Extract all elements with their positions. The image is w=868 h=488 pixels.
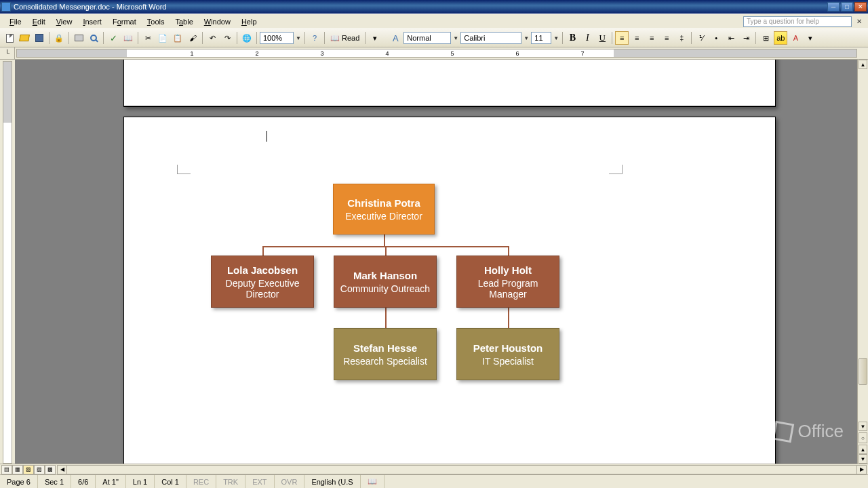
status-rec[interactable]: REC bbox=[186, 475, 216, 488]
status-page[interactable]: Page 6 bbox=[0, 475, 38, 488]
status-spellcheck-icon[interactable]: 📖 bbox=[361, 475, 384, 488]
previous-page-button[interactable]: ▲ bbox=[859, 445, 867, 454]
menu-view[interactable]: View bbox=[51, 16, 78, 27]
bold-button[interactable]: B bbox=[566, 31, 579, 45]
next-page-button[interactable]: ▼ bbox=[859, 454, 867, 464]
horizontal-ruler[interactable]: 1 2 3 4 5 6 7 bbox=[16, 49, 857, 58]
print-button[interactable] bbox=[72, 31, 85, 45]
increase-indent-button[interactable]: ⇥ bbox=[739, 31, 753, 45]
research-button[interactable]: 📖 bbox=[121, 31, 135, 45]
org-box-research-specialist[interactable]: Stefan Hesse Research Specialist bbox=[334, 328, 437, 380]
scroll-thumb[interactable] bbox=[859, 358, 867, 385]
menu-tools[interactable]: Tools bbox=[142, 16, 170, 27]
font-color-button[interactable]: A bbox=[789, 31, 802, 45]
status-ovr[interactable]: OVR bbox=[275, 475, 305, 488]
open-button[interactable] bbox=[18, 31, 31, 45]
scroll-down-button[interactable]: ▼ bbox=[859, 422, 867, 431]
read-button[interactable]: 📖Read bbox=[328, 34, 362, 43]
align-right-button[interactable]: ≡ bbox=[645, 31, 658, 45]
toolbar-options-button[interactable]: ▾ bbox=[368, 31, 382, 45]
document-workspace: Christina Potra Executive Director Lola … bbox=[0, 60, 868, 464]
reading-layout-view-button[interactable]: ▩ bbox=[45, 465, 56, 474]
maximize-button[interactable]: □ bbox=[841, 2, 853, 12]
org-box-lead-program-manager[interactable]: Holly Holt Lead Program Manager bbox=[456, 256, 559, 308]
print-layout-view-button[interactable]: ▧ bbox=[23, 465, 34, 474]
numbering-button[interactable]: ⅟ bbox=[694, 31, 708, 45]
vertical-ruler-gutter bbox=[0, 60, 15, 464]
undo-button[interactable]: ↶ bbox=[205, 31, 219, 45]
formatting-options-button[interactable]: ▾ bbox=[804, 31, 817, 45]
style-dropdown-icon[interactable]: ▼ bbox=[452, 35, 459, 41]
redo-button[interactable]: ↷ bbox=[220, 31, 234, 45]
copy-button[interactable]: 📄 bbox=[156, 31, 170, 45]
borders-button[interactable]: ⊞ bbox=[759, 31, 772, 45]
new-doc-button[interactable] bbox=[3, 31, 16, 45]
hyperlink-button[interactable]: 🌐 bbox=[240, 31, 254, 45]
org-box-community-outreach[interactable]: Mark Hanson Community Outreach bbox=[334, 256, 437, 308]
styles-pane-button[interactable]: A bbox=[389, 31, 402, 45]
standard-toolbar: 🔒 ✓ 📖 ✂ 📄 📋 🖌 ↶ ↷ 🌐 100%▼ ? 📖Read ▾ A No… bbox=[0, 28, 868, 47]
spellcheck-button[interactable]: ✓ bbox=[106, 31, 120, 45]
status-at: At 1" bbox=[96, 475, 125, 488]
italic-button[interactable]: I bbox=[580, 31, 594, 45]
scroll-up-button[interactable]: ▲ bbox=[859, 60, 867, 69]
word-help-button[interactable]: ? bbox=[308, 31, 321, 45]
permission-button[interactable]: 🔒 bbox=[52, 31, 66, 45]
status-trk[interactable]: TRK bbox=[216, 475, 245, 488]
horizontal-scrollbar[interactable]: ◀ ▶ bbox=[57, 465, 867, 474]
menu-table[interactable]: Table bbox=[170, 16, 198, 27]
status-ext[interactable]: EXT bbox=[245, 475, 274, 488]
org-box-executive-director[interactable]: Christina Potra Executive Director bbox=[333, 184, 435, 235]
scroll-left-button[interactable]: ◀ bbox=[58, 466, 67, 474]
status-language[interactable]: English (U.S bbox=[304, 475, 360, 488]
format-painter-button[interactable]: 🖌 bbox=[186, 31, 199, 45]
zoom-dropdown-icon[interactable]: ▼ bbox=[295, 35, 302, 41]
align-center-button[interactable]: ≡ bbox=[630, 31, 644, 45]
font-size-dropdown-icon[interactable]: ▼ bbox=[553, 35, 559, 41]
org-name: Mark Hanson bbox=[340, 270, 431, 281]
help-search-input[interactable]: Type a question for help bbox=[743, 16, 852, 27]
vertical-scrollbar[interactable]: ▲ ▼ ○ ▲ ▼ bbox=[857, 60, 868, 464]
tab-selector[interactable]: └ bbox=[0, 47, 15, 59]
menu-insert[interactable]: Insert bbox=[77, 16, 107, 27]
outline-view-button[interactable]: ▨ bbox=[34, 465, 45, 474]
current-page[interactable]: Christina Potra Executive Director Lola … bbox=[123, 117, 776, 464]
cut-button[interactable]: ✂ bbox=[141, 31, 155, 45]
org-box-it-specialist[interactable]: Peter Houston IT Specialist bbox=[456, 328, 559, 380]
org-box-deputy-director[interactable]: Lola Jacobsen Deputy Executive Director bbox=[211, 256, 314, 308]
font-dropdown-icon[interactable]: ▼ bbox=[523, 35, 530, 41]
decrease-indent-button[interactable]: ⇤ bbox=[724, 31, 738, 45]
scroll-right-button[interactable]: ▶ bbox=[856, 466, 866, 474]
normal-view-button[interactable]: ▤ bbox=[1, 465, 12, 474]
menu-file[interactable]: File bbox=[4, 16, 27, 27]
minimize-button[interactable]: ─ bbox=[827, 2, 840, 12]
menu-window[interactable]: Window bbox=[199, 16, 236, 27]
web-layout-view-button[interactable]: ▦ bbox=[12, 465, 23, 474]
font-combo[interactable]: Calibri bbox=[460, 32, 521, 44]
underline-button[interactable]: U bbox=[595, 31, 609, 45]
print-preview-button[interactable] bbox=[87, 31, 100, 45]
paste-button[interactable]: 📋 bbox=[171, 31, 184, 45]
browse-object-button[interactable]: ○ bbox=[859, 432, 867, 443]
word-app-icon bbox=[1, 2, 11, 12]
highlight-button[interactable]: ab bbox=[774, 31, 787, 45]
menu-help[interactable]: Help bbox=[236, 16, 262, 27]
line-spacing-button[interactable]: ‡ bbox=[675, 31, 688, 45]
close-button[interactable]: ✕ bbox=[854, 2, 867, 12]
org-name: Stefan Hesse bbox=[340, 342, 431, 354]
vertical-ruler[interactable] bbox=[3, 61, 12, 464]
org-name: Peter Houston bbox=[462, 342, 553, 354]
align-left-button[interactable]: ≡ bbox=[615, 31, 629, 45]
margin-mark-top-left bbox=[177, 165, 191, 174]
menu-edit[interactable]: Edit bbox=[27, 16, 51, 27]
document-viewport[interactable]: Christina Potra Executive Director Lola … bbox=[15, 60, 857, 464]
bullets-button[interactable]: • bbox=[709, 31, 723, 45]
org-role: Deputy Executive Director bbox=[217, 278, 308, 300]
close-doc-button[interactable]: ✕ bbox=[854, 17, 864, 26]
save-button[interactable] bbox=[33, 31, 46, 45]
zoom-combo[interactable]: 100% bbox=[260, 32, 294, 44]
font-size-combo[interactable]: 11 bbox=[531, 32, 551, 44]
menu-format[interactable]: Format bbox=[107, 16, 142, 27]
align-justify-button[interactable]: ≡ bbox=[660, 31, 673, 45]
style-combo[interactable]: Normal bbox=[403, 32, 451, 44]
